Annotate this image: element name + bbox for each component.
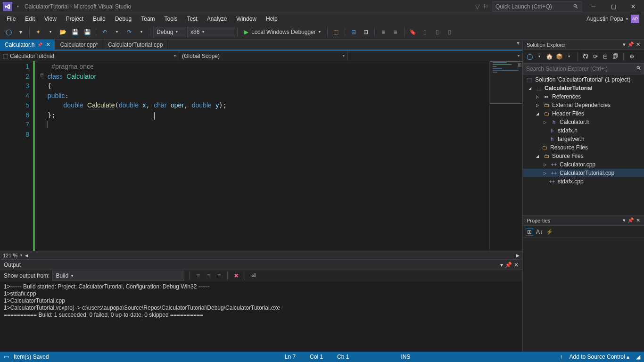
pin-icon[interactable]: 📌 [505, 262, 512, 268]
menu-team[interactable]: Team [136, 15, 159, 23]
uncomment-button[interactable]: ⊡ [360, 26, 372, 38]
tree-resource[interactable]: 🗀Resource Files [523, 143, 644, 152]
tab-overflow-icon[interactable]: ▾ [514, 40, 522, 49]
tree-headers[interactable]: ◢🗀Header Files [523, 109, 644, 118]
categorized-icon[interactable]: ⊞ [526, 228, 533, 236]
output-source-combo[interactable]: Build [52, 271, 184, 281]
home-icon[interactable]: 🏠 [545, 53, 553, 60]
output-text[interactable]: 1>------ Build started: Project: Calcula… [0, 281, 522, 352]
tab-calculator-h[interactable]: Calculator.h📌✕ [0, 40, 55, 49]
source-control-button[interactable]: Add to Source Control ▴ [570, 354, 629, 360]
flag-icon[interactable]: ⚐ [483, 3, 488, 10]
tool-btn[interactable]: ≡ [215, 272, 223, 280]
open-button[interactable]: 📂 [57, 26, 68, 38]
dd-icon[interactable]: ▾ [45, 26, 56, 38]
menu-edit[interactable]: Edit [20, 15, 40, 23]
tool-btn[interactable]: ⬚ [330, 26, 342, 38]
dropdown-icon[interactable]: ▾ [17, 4, 19, 8]
dd-icon[interactable]: ▾ [136, 26, 147, 38]
tree-file[interactable]: ++stdafx.cpp [523, 177, 644, 186]
dd-icon[interactable]: ▾ [111, 26, 123, 38]
tool-btn[interactable]: ▯ [432, 26, 443, 38]
save-all-button[interactable]: 💾 [82, 26, 93, 38]
minimize-button[interactable]: ─ [586, 0, 602, 13]
menu-view[interactable]: View [40, 15, 61, 23]
scroll-left-icon[interactable]: ◀ [25, 253, 28, 258]
tab-tutorial-cpp[interactable]: CalculatorTutorial.cpp [103, 40, 168, 49]
tool-btn[interactable]: ≡ [205, 272, 212, 280]
clear-button[interactable]: ✖ [232, 272, 240, 280]
tool-btn[interactable]: ≡ [194, 272, 202, 280]
nav-scope[interactable]: (Global Scope) [179, 51, 348, 61]
dropdown-icon[interactable]: ▾ [623, 217, 626, 223]
tree-external[interactable]: ▷🗀External Dependencies [523, 101, 644, 109]
tree-solution[interactable]: ⬚Solution 'CalculatorTutorial' (1 projec… [523, 75, 644, 84]
dropdown-icon[interactable]: ▾ [500, 262, 503, 268]
back-button[interactable]: ◯ [3, 26, 14, 38]
outline-toggle-icon[interactable]: ⊟ [41, 72, 44, 78]
menu-window[interactable]: Window [231, 15, 261, 23]
menu-test[interactable]: Test [182, 15, 202, 23]
code-editor[interactable]: #pragma once class Calculator { public: … [38, 61, 489, 251]
user-avatar[interactable]: AP [631, 15, 639, 23]
dd-icon[interactable]: ▾ [565, 53, 573, 60]
menu-tools[interactable]: Tools [160, 15, 182, 23]
quick-launch-input[interactable]: Quick Launch (Ctrl+Q) 🔍︎ [492, 1, 582, 12]
wrap-button[interactable]: ⏎ [250, 272, 257, 280]
resize-grip-icon[interactable]: ◢ [636, 354, 640, 360]
maximize-button[interactable]: ▢ [605, 0, 621, 13]
tree-project[interactable]: ◢⬚CalculatorTutorial [523, 84, 644, 92]
pin-icon[interactable]: 📌 [627, 217, 634, 223]
refresh-icon[interactable]: ⟳ [592, 53, 599, 60]
publish-icon[interactable]: ↑ [560, 354, 563, 360]
dd-icon[interactable]: ▾ [536, 53, 543, 60]
nav-project[interactable]: ⬚CalculatorTutorial [0, 51, 179, 61]
nav-member[interactable] [348, 51, 522, 61]
bookmark-button[interactable]: 🔖 [407, 26, 419, 38]
menu-debug[interactable]: Debug [110, 15, 136, 23]
show-all-icon[interactable]: 🗐 [611, 53, 619, 60]
redo-button[interactable]: ↷ [124, 26, 135, 38]
menu-analyze[interactable]: Analyze [202, 15, 232, 23]
properties-icon[interactable]: ⚙ [628, 53, 636, 60]
pin-icon[interactable]: 📌 [627, 41, 634, 48]
solution-search[interactable]: 🔍︎ [523, 63, 644, 74]
alpha-icon[interactable]: A↓ [536, 228, 543, 236]
tree-sources[interactable]: ◢🗀Source Files [523, 152, 644, 160]
close-icon[interactable]: ✕ [46, 42, 50, 47]
outdent-button[interactable]: ≡ [390, 26, 401, 38]
sync-icon[interactable]: 🗘 [582, 53, 589, 60]
tree-file[interactable]: hstdafx.h [523, 126, 644, 135]
minimap[interactable]: ⊞ [489, 61, 522, 251]
user-name[interactable]: Augustin Popa [586, 16, 623, 22]
new-project-button[interactable]: ✦ [33, 26, 44, 38]
menu-project[interactable]: Project [61, 15, 88, 23]
tool-btn[interactable]: ▯ [444, 26, 455, 38]
indent-button[interactable]: ≡ [378, 26, 389, 38]
menu-file[interactable]: File [2, 15, 20, 23]
dropdown-icon[interactable]: ▾ [623, 41, 626, 48]
config-combo[interactable]: Debug [153, 27, 186, 37]
menu-help[interactable]: Help [261, 15, 282, 23]
tree-file-selected[interactable]: ▷++CalculatorTutorial.cpp [523, 169, 644, 177]
platform-combo[interactable]: x86 [187, 27, 234, 37]
tree-file[interactable]: ▷hCalculator.h [523, 118, 644, 126]
menu-build[interactable]: Build [88, 15, 110, 23]
comment-out-button[interactable]: ⊟ [348, 26, 359, 38]
solution-tree[interactable]: ⬚Solution 'CalculatorTutorial' (1 projec… [523, 74, 644, 215]
forward-button[interactable]: ▾ [15, 26, 26, 38]
pin-icon[interactable]: 📌 [37, 42, 42, 47]
close-icon[interactable]: ✕ [636, 217, 640, 223]
close-icon[interactable]: ✕ [636, 41, 640, 48]
zoom-level[interactable]: 121 % [3, 253, 17, 258]
collapse-icon[interactable]: ⊟ [602, 53, 609, 60]
back-icon[interactable]: ◯ [526, 53, 533, 60]
events-icon[interactable]: ⚡ [545, 228, 553, 236]
tool-btn[interactable]: ▯ [420, 26, 431, 38]
scroll-right-icon[interactable]: ▶ [516, 253, 520, 258]
close-button[interactable]: ✕ [625, 0, 641, 13]
close-icon[interactable]: ✕ [514, 262, 519, 268]
tab-calculator-cpp[interactable]: Calculator.cpp* [55, 40, 103, 49]
start-debug-button[interactable]: ▶ Local Windows Debugger ▾ [240, 26, 324, 38]
tree-file[interactable]: htargetver.h [523, 135, 644, 143]
